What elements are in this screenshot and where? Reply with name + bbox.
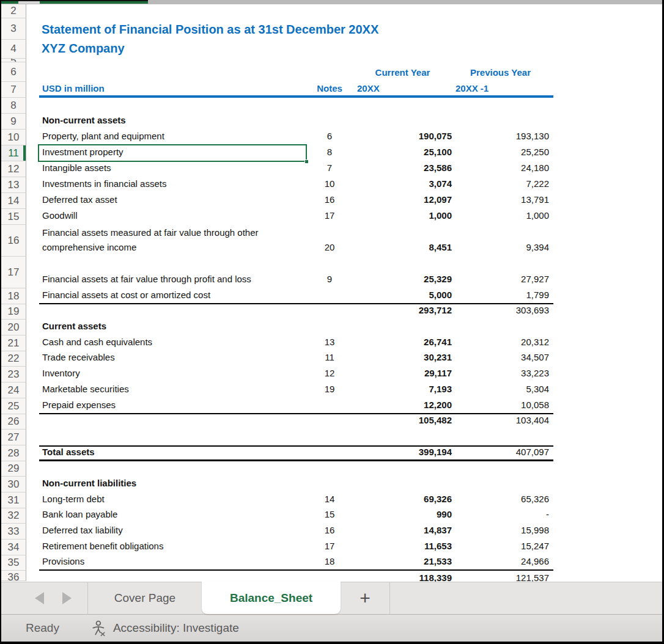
cell-note-r32[interactable]: 15 (306, 507, 353, 524)
row-header-36[interactable]: 36 (1, 571, 26, 581)
row-header-14[interactable]: 14 (1, 193, 26, 209)
cell-note-r36[interactable] (306, 571, 353, 573)
cell-current-r33[interactable]: 14,837 (353, 523, 452, 540)
row-header-27[interactable]: 27 (1, 430, 26, 445)
cell-label-r36[interactable] (39, 571, 306, 573)
cell-current-r18[interactable]: 5,000 (353, 288, 452, 304)
cell-label-r21[interactable]: Cash and cash equivalents (39, 335, 306, 351)
tab-cover-page[interactable]: Cover Page (88, 582, 202, 614)
cell-note-r23[interactable]: 12 (306, 366, 353, 382)
cell-current-r21[interactable]: 26,741 (353, 335, 452, 351)
next-sheet-arrow-icon[interactable] (62, 592, 72, 604)
row-header-28[interactable]: 28 (1, 445, 26, 461)
cell-label-r16[interactable]: Financial assets measured at fair value … (39, 225, 306, 257)
cell-previous-r13[interactable]: 7,222 (452, 177, 550, 193)
row-header-9[interactable]: 9 (1, 114, 26, 130)
cell-current-r23[interactable]: 29,117 (353, 366, 452, 382)
cell-previous-r24[interactable]: 5,304 (452, 382, 550, 398)
cell-label-r28[interactable]: Total assets (39, 445, 306, 461)
cell-note-r12[interactable]: 7 (306, 161, 353, 177)
cell-current-r25[interactable]: 12,200 (353, 398, 452, 414)
row-header-19[interactable]: 19 (1, 304, 26, 320)
row-header-10[interactable]: 10 (1, 130, 26, 145)
cell-label-r33[interactable]: Deferred tax liability (39, 523, 306, 540)
cell-previous-r10[interactable]: 193,130 (452, 129, 550, 145)
cell-note-r33[interactable]: 16 (306, 523, 353, 540)
cell-previous-r11[interactable]: 25,250 (452, 145, 550, 161)
cell-previous-r33[interactable]: 15,998 (452, 523, 550, 540)
cell-previous-r25[interactable]: 10,058 (452, 398, 550, 414)
row-header-23[interactable]: 23 (1, 367, 26, 382)
cell-label-r23[interactable]: Inventory (39, 366, 306, 382)
row-header-24[interactable]: 24 (1, 382, 26, 398)
cell-previous-r12[interactable]: 24,180 (452, 161, 550, 177)
cell-previous-r23[interactable]: 33,223 (452, 366, 550, 382)
cell-previous-r14[interactable]: 13,791 (452, 192, 550, 209)
cell-previous-r6[interactable]: Previous Year (452, 65, 550, 82)
cell-previous-r15[interactable]: 1,000 (452, 208, 550, 225)
row-header-34[interactable]: 34 (1, 540, 26, 555)
row-header-7[interactable]: 7 (1, 82, 26, 98)
row-header-12[interactable]: 12 (1, 161, 26, 177)
cell-current-r14[interactable]: 12,097 (353, 192, 452, 209)
cell-note-r24[interactable]: 19 (306, 382, 353, 398)
row-header-35[interactable]: 35 (1, 555, 26, 571)
cell-note-r22[interactable]: 11 (306, 350, 353, 367)
cell-previous-r36[interactable]: 121,537 (452, 571, 550, 582)
row-header-8[interactable]: 8 (1, 98, 26, 114)
row-header-21[interactable]: 21 (1, 335, 26, 351)
row-header-22[interactable]: 22 (1, 351, 26, 367)
cell-note-r31[interactable]: 14 (306, 492, 353, 508)
cell-label-r30[interactable]: Non-current liabilities (39, 476, 306, 492)
row-header-13[interactable]: 13 (1, 177, 26, 193)
cell-current-r16[interactable]: 8,451 (353, 240, 452, 257)
cell-label-r9[interactable]: Non-current assets (39, 113, 306, 130)
row-header-32[interactable]: 32 (1, 508, 26, 524)
cell-previous-r31[interactable]: 65,326 (452, 492, 550, 508)
cell-label-r35[interactable]: Provisions (39, 554, 306, 571)
cell-current-r13[interactable]: 3,074 (353, 177, 452, 193)
cell-current-r35[interactable]: 21,533 (353, 554, 452, 571)
cell-note-r13[interactable]: 10 (306, 177, 353, 193)
cell-note-r11[interactable]: 8 (306, 145, 353, 161)
row-header-2[interactable]: 2 (1, 4, 26, 18)
row-header-30[interactable]: 30 (1, 477, 26, 492)
cell-previous-r35[interactable]: 24,966 (452, 554, 550, 571)
cell-previous-r28[interactable]: 407,097 (452, 445, 550, 461)
cell-current-r19[interactable]: 293,712 (353, 303, 452, 320)
tab-balance-sheet[interactable]: Balance_Sheet (202, 582, 341, 614)
cell-label-r14[interactable]: Deferred tax asset (39, 192, 306, 209)
cell-previous-r18[interactable]: 1,799 (452, 288, 550, 304)
cell-current-r24[interactable]: 7,193 (353, 382, 452, 398)
row-header-16[interactable]: 16 (1, 225, 26, 257)
cell-label-r24[interactable]: Marketable securities (39, 382, 306, 398)
cell-previous-r19[interactable]: 303,693 (452, 303, 550, 320)
row-header-11[interactable]: 11 (1, 145, 26, 161)
cell-note-r34[interactable]: 17 (306, 539, 353, 555)
cell-label-r31[interactable]: Long-term debt (39, 492, 306, 508)
cell-previous-r32[interactable]: - (452, 507, 550, 524)
cell-current-r36[interactable]: 118,339 (353, 571, 452, 582)
cell-note-r35[interactable]: 18 (306, 554, 353, 571)
cell-previous-r22[interactable]: 34,507 (452, 350, 550, 367)
add-sheet-button[interactable]: + (341, 582, 389, 614)
cell-current-r31[interactable]: 69,326 (353, 492, 452, 508)
cell-note-r15[interactable]: 17 (306, 208, 353, 225)
cell-current-r28[interactable]: 399,194 (353, 445, 452, 461)
cell-current-r22[interactable]: 30,231 (353, 350, 452, 367)
cell-current-r34[interactable]: 11,653 (353, 539, 452, 555)
previous-sheet-arrow-icon[interactable] (35, 592, 44, 604)
cell-label-r15[interactable]: Goodwill (39, 208, 306, 225)
row-header-33[interactable]: 33 (1, 524, 26, 540)
cell-label-r22[interactable]: Trade receivables (39, 350, 306, 367)
cell-label-r32[interactable]: Bank loan payable (39, 507, 306, 524)
cell-label-r10[interactable]: Property, plant and equipment (39, 129, 306, 145)
row-header-4[interactable]: 4 (1, 40, 26, 59)
cell-label-r20[interactable]: Current assets (39, 319, 306, 335)
cell-current-r6[interactable]: Current Year (353, 65, 452, 82)
cell-label-r34[interactable]: Retirement benefit obligations (39, 539, 306, 555)
cell-previous-r21[interactable]: 20,312 (452, 335, 550, 351)
cell-previous-r26[interactable]: 103,404 (452, 413, 550, 430)
cell-note-r17[interactable]: 9 (306, 272, 353, 288)
row-header-20[interactable]: 20 (1, 320, 26, 335)
